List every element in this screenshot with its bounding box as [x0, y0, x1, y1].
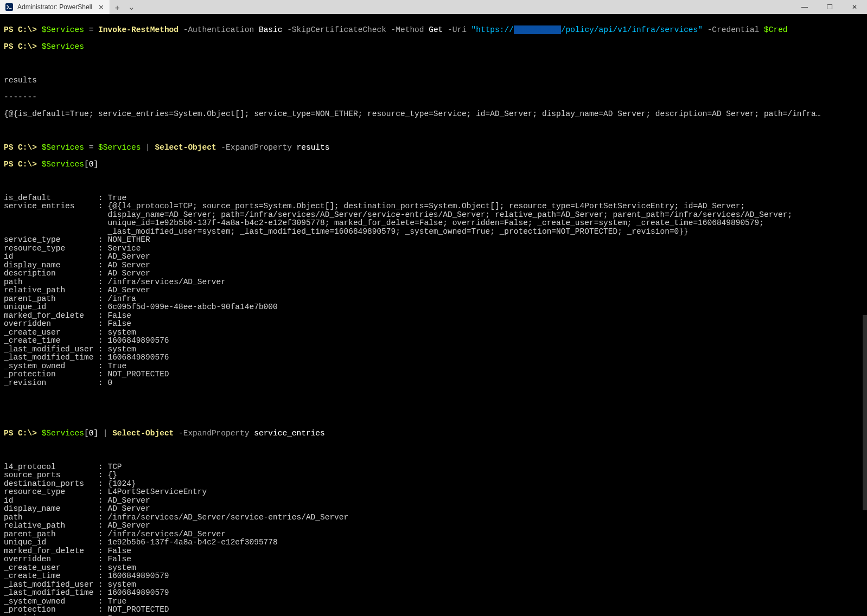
column-rule: -------	[4, 93, 863, 102]
new-tab-button[interactable]: +	[110, 0, 124, 14]
cmdlet-invoke-restmethod: Invoke-RestMethod	[98, 25, 178, 34]
tab-powershell[interactable]: Administrator: PowerShell ✕	[0, 0, 110, 14]
tab-title: Administrator: PowerShell	[17, 3, 92, 11]
terminal-output[interactable]: PS C:\> $Services = Invoke-RestMethod -A…	[0, 14, 867, 616]
scrollbar-thumb[interactable]	[863, 315, 867, 510]
cmdlet-select-object: Select-Object	[112, 429, 174, 438]
result-row: {@{is_default=True; service_entries=Syst…	[4, 110, 863, 119]
column-header: results	[4, 76, 863, 85]
prompt: PS C:\>	[4, 143, 37, 152]
redacted-host: xxxxxxxxxx	[514, 25, 561, 34]
var-services: $Services	[42, 25, 84, 34]
tab-dropdown-button[interactable]: ⌄	[124, 0, 138, 14]
minimize-button[interactable]: —	[792, 0, 817, 14]
titlebar[interactable]: Administrator: PowerShell ✕ + ⌄ — ❐ ✕	[0, 0, 867, 14]
tab-close-icon[interactable]: ✕	[97, 3, 105, 11]
svg-rect-0	[5, 3, 13, 11]
var-services: $Services	[42, 42, 84, 51]
close-button[interactable]: ✕	[842, 0, 867, 14]
maximize-button[interactable]: ❐	[817, 0, 842, 14]
prompt: PS C:\>	[4, 25, 37, 34]
service-object-output: is_default : True service_entries : {@{l…	[4, 194, 863, 388]
service-entry-output: l4_protocol : TCP source_ports : {} dest…	[4, 463, 863, 617]
var-cred: $Cred	[764, 25, 788, 34]
cmdlet-select-object: Select-Object	[155, 143, 216, 152]
prompt: PS C:\>	[4, 42, 37, 51]
prompt: PS C:\>	[4, 429, 37, 438]
powershell-icon	[5, 3, 13, 11]
titlebar-drag-region[interactable]	[138, 0, 792, 14]
prompt: PS C:\>	[4, 160, 37, 169]
window-controls: — ❐ ✕	[792, 0, 867, 14]
